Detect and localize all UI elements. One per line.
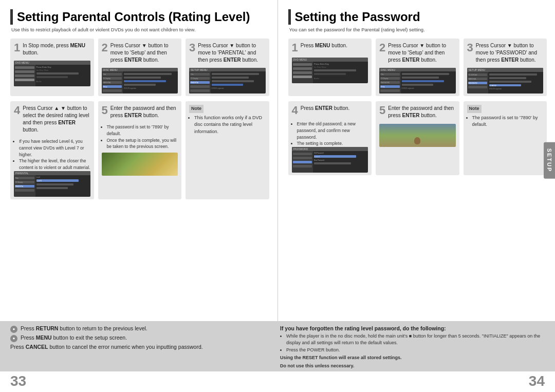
right-note-text-1: The password is set to '7890' by default…	[472, 115, 544, 128]
right-step-4-number: 4	[292, 105, 298, 116]
step-3-number: 3	[189, 42, 195, 53]
step-1-number: 1	[14, 42, 20, 53]
right-step-3-header: 3 Press Cursor ▼ button to move to 'PASS…	[467, 42, 544, 64]
note-4-2: The higher the level, the closer the con…	[19, 158, 90, 171]
left-section: Setting Parental Controls (Rating Level)…	[0, 0, 278, 321]
right-step-3-screen: SETUP MENU TV DISPLAY PARENTAL PASSWORD	[467, 68, 544, 94]
right-step-2-header: 2 Press Cursor ▼ button to move to 'Setu…	[379, 42, 456, 64]
right-step-2-box: 2 Press Cursor ▼ button to move to 'Setu…	[376, 39, 459, 96]
step-5-text: Enter the password and then press ENTER …	[110, 105, 178, 119]
right-title: Setting the Password	[288, 9, 547, 25]
cancel-text: Press CANCEL button to cancel the error …	[10, 344, 275, 350]
right-step-5-box: 5 Enter the password and then press ENTE…	[376, 101, 459, 175]
step-3-box: 3 Press Cursor ▼ button to move to 'PARE…	[186, 39, 269, 96]
right-step-2-number: 2	[379, 42, 385, 53]
right-step-5-text: Enter the password and then press ENTER …	[388, 105, 455, 119]
step-3-header: 3 Press Cursor ▼ button to move to 'PARE…	[189, 42, 266, 64]
step-1-text: In Stop mode, press MENU button.	[23, 42, 90, 57]
reset-warning-2: Do not use this unless necessary.	[280, 363, 545, 370]
right-subtitle: You can set the password for the Parenta…	[289, 27, 547, 32]
reset-warning-1: Using the RESET function will erase all …	[280, 354, 545, 362]
right-step-3-text: Press Cursor ▼ button to move to 'PASSWO…	[476, 42, 543, 64]
right-step-3-number: 3	[467, 42, 473, 53]
return-text: ● Press RETURN button to return to the p…	[10, 325, 275, 333]
step-5-header: 5 Enter the password and then press ENTE…	[102, 105, 178, 119]
right-step-5-number: 5	[379, 105, 385, 116]
step-4-header: 4 Press Cursor ▲ ▼ button to select the …	[14, 105, 90, 134]
step-1-header: 1 In Stop mode, press MENU button.	[14, 42, 90, 57]
step-2-text: Press Cursor ▼ button to move to 'Setup'…	[110, 42, 178, 64]
right-note-box: Note The password is set to '7890' by de…	[464, 101, 547, 175]
step-3-text: Press Cursor ▼ button to move to 'PARENT…	[198, 42, 265, 64]
right-step-2-text: Press Cursor ▼ button to move to 'Setup'…	[388, 42, 455, 64]
right-step-4-box: 4 Press ENTER button. Enter the old pass…	[288, 101, 372, 175]
step-5-image	[102, 153, 178, 176]
page-number-right: 34	[529, 373, 545, 389]
title-bar-right	[288, 9, 291, 25]
right-step-4-text: Press ENTER button.	[301, 105, 350, 112]
steps-row-1: 1 In Stop mode, press MENU button. DVD M…	[10, 39, 269, 96]
note-text-1: This function works only if a DVD disc c…	[194, 115, 266, 136]
right-step-1-box: 1 Press MENU button. DVD MENU	[288, 39, 372, 96]
step-2-screen: DISC MENU Title TV Display PARENTAL Setu…	[102, 68, 178, 94]
page-number-left: 33	[10, 373, 26, 389]
menu-text: ● Press MENU button to exit the setup sc…	[10, 334, 275, 342]
step-2-number: 2	[102, 42, 108, 53]
setup-tab: SETUP	[544, 142, 555, 179]
right-steps-row-1: 1 Press MENU button. DVD MENU	[288, 39, 547, 96]
right-step-1-header: 1 Press MENU button.	[292, 42, 368, 53]
right-section: Setting the Password You can set the pas…	[278, 0, 556, 321]
left-title-text: Setting Parental Controls (Rating Level)	[17, 10, 250, 24]
step-2-box: 2 Press Cursor ▼ button to move to 'Setu…	[98, 39, 182, 96]
right-note-label: Note	[467, 105, 482, 113]
right-title-text: Setting the Password	[295, 10, 420, 24]
right-step-5-image	[379, 124, 456, 147]
note-5-2: Once the setup is complete, you will be …	[107, 137, 178, 151]
right-steps-row-2: 4 Press ENTER button. Enter the old pass…	[288, 101, 547, 175]
bottom-right: If you have forgotten the rating level p…	[280, 325, 545, 370]
page-numbers: 33 34	[0, 371, 555, 392]
step-4-box: 4 Press Cursor ▲ ▼ button to select the …	[10, 101, 94, 199]
right-note-4-1: Enter the old password; a new password, …	[297, 121, 368, 140]
left-title: Setting Parental Controls (Rating Level)	[10, 9, 269, 25]
forgotten-bullet-1: While the player is in the no disc mode,…	[286, 333, 545, 347]
step-2-header: 2 Press Cursor ▼ button to move to 'Setu…	[102, 42, 178, 64]
forgotten-bullet-2: Press the POWER button.	[286, 347, 545, 354]
left-subtitle: Use this to restrict playback of adult o…	[11, 27, 269, 32]
note-5-1: The password is set to '7890' by default…	[107, 124, 178, 137]
right-step-5-header: 5 Enter the password and then press ENTE…	[379, 105, 456, 119]
step-4-text: Press Cursor ▲ ▼ button to select the de…	[23, 105, 90, 134]
bottom-bar: ● Press RETURN button to return to the p…	[0, 321, 555, 372]
step-3-screen: SETUP MENU Title TV Display PARENTAL	[189, 68, 266, 94]
note-box-5: Note This function works only if a DVD d…	[186, 101, 269, 199]
note-label: Note	[189, 105, 203, 113]
step-4-number: 4	[14, 105, 20, 116]
bottom-content: ● Press RETURN button to return to the p…	[10, 325, 545, 370]
title-bar-left	[10, 9, 13, 25]
right-step-1-number: 1	[292, 42, 298, 53]
step-1-screen: DVD MENU Press Enter Key for Disc Slow	[14, 61, 90, 86]
right-note-4-2: The setting is complete.	[297, 140, 368, 147]
right-step-1-text: Press MENU button.	[301, 42, 347, 49]
bottom-left: ● Press RETURN button to return to the p…	[10, 325, 275, 350]
steps-row-2: 4 Press Cursor ▲ ▼ button to select the …	[10, 101, 269, 199]
note-4-1: If you have selected Level 6, you cannot…	[19, 138, 90, 158]
forgotten-title: If you have forgotten the rating level p…	[280, 325, 545, 331]
right-step-3-box: 3 Press Cursor ▼ button to move to 'PASS…	[464, 39, 547, 96]
step-4-screen: PARENTAL Title TV Display PARENTAL Level…	[14, 171, 90, 197]
right-step-1-screen: DVD MENU Press Enter Key for Disc Slow	[292, 58, 368, 83]
step-5-box: 5 Enter the password and then press ENTE…	[98, 101, 182, 199]
right-step-2-screen: DISC MENU Title TV Display PASSWORD Setu…	[379, 68, 456, 94]
right-step-4-screen: PASSWORD Old Password ● ● ● ● New Passwo…	[292, 147, 368, 173]
step-5-number: 5	[102, 105, 108, 116]
forgotten-text: While the player is in the no disc mode,…	[280, 333, 545, 370]
right-step-4-header: 4 Press ENTER button.	[292, 105, 368, 116]
step-1-box: 1 In Stop mode, press MENU button. DVD M…	[10, 39, 94, 96]
